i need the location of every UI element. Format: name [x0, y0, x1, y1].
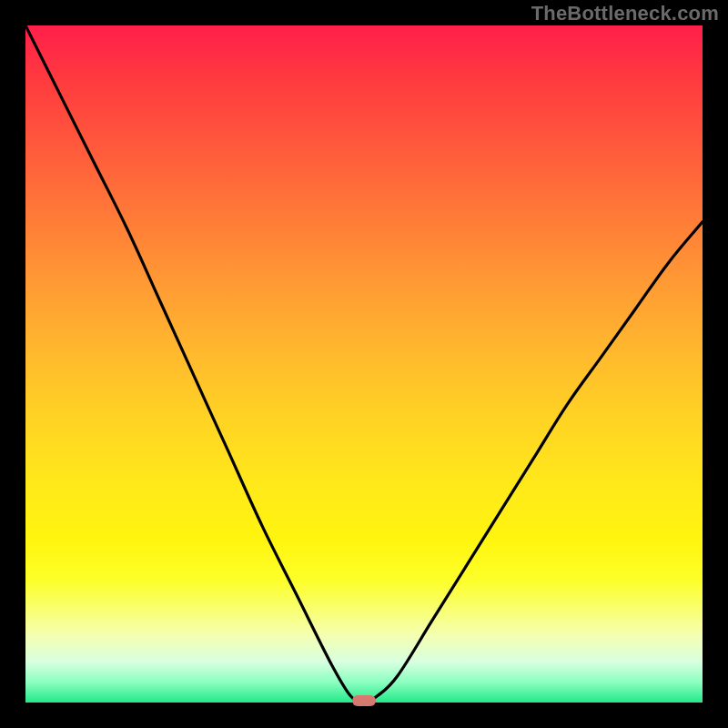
bottleneck-curve	[25, 25, 703, 703]
notch-marker	[352, 695, 376, 706]
chart-frame: TheBottleneck.com	[0, 0, 728, 728]
watermark-text: TheBottleneck.com	[531, 2, 719, 25]
plot-area	[25, 25, 703, 703]
